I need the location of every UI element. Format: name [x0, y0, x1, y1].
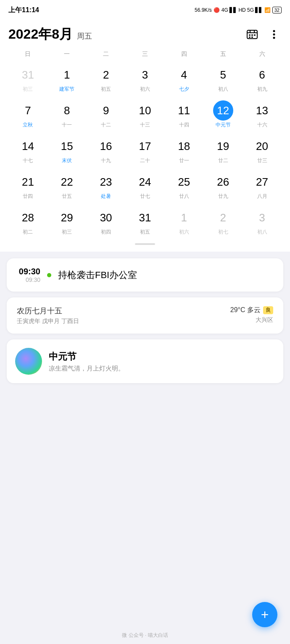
festival-desc: 凉生霜气清，月上灯火明。	[49, 365, 124, 373]
festival-card[interactable]: 中元节 凉生霜气清，月上灯火明。	[7, 339, 283, 383]
event-card[interactable]: 09:30 09:30 持枪袭击FBI办公室	[7, 258, 283, 292]
svg-rect-8	[251, 37, 253, 38]
add-icon: +	[261, 608, 269, 621]
day-27[interactable]: 27 八月	[243, 168, 282, 204]
day-24[interactable]: 24 廿七	[126, 168, 165, 204]
weekday-wed: 三	[126, 49, 165, 60]
svg-point-11	[273, 37, 275, 39]
weekday-thu: 四	[164, 49, 203, 60]
info-weather: 29°C 多云 良	[230, 306, 273, 315]
day-31-prev[interactable]: 31 初三	[8, 61, 47, 97]
festival-name: 中元节	[49, 350, 124, 363]
info-row: 农历七月十五 壬寅虎年 戊申月 丁酉日 29°C 多云 良 大兴区	[17, 306, 273, 325]
day-13[interactable]: 13 十六	[243, 97, 282, 133]
more-button[interactable]	[266, 27, 282, 42]
event-time-main: 09:30	[19, 267, 40, 276]
week-4: 21 廿四 22 廿五 23 处暑 24 廿七 25 廿八 26 廿九 27 八…	[8, 168, 282, 204]
week-3: 14 十七 15 末伏 16 十九 17 二十 18 廿一 19 廿二 20 廿…	[8, 133, 282, 168]
watermark: 微 公众号 · 喵大白话	[122, 632, 168, 639]
day-30[interactable]: 30 初四	[87, 204, 126, 240]
festival-text: 中元节 凉生霜气清，月上灯火明。	[49, 350, 124, 373]
svg-rect-7	[249, 37, 250, 38]
weekday-sat: 六	[243, 49, 282, 60]
day-21[interactable]: 21 廿四	[8, 168, 47, 204]
signal-icons: 4G ▋▋ HD 5G ▋▋ 📶	[221, 7, 271, 13]
info-card[interactable]: 农历七月十五 壬寅虎年 戊申月 丁酉日 29°C 多云 良 大兴区	[7, 297, 283, 334]
status-time: 上午11:14	[8, 6, 39, 15]
day-20[interactable]: 20 廿三	[243, 133, 282, 168]
info-right: 29°C 多云 良 大兴区	[230, 306, 273, 324]
info-left: 农历七月十五 壬寅虎年 戊申月 丁酉日	[17, 306, 79, 325]
weather-badge: 良	[263, 306, 273, 314]
day-17[interactable]: 17 二十	[126, 133, 165, 168]
festival-icon	[15, 348, 42, 375]
day-16[interactable]: 16 十九	[87, 133, 126, 168]
day-11[interactable]: 11 十四	[164, 97, 203, 133]
info-lunar: 农历七月十五	[17, 306, 79, 316]
day-15[interactable]: 15 末伏	[47, 133, 87, 168]
day-12-today[interactable]: 12 中元节	[203, 97, 243, 133]
svg-rect-6	[254, 34, 256, 36]
day-9[interactable]: 9 十二	[87, 97, 126, 133]
info-location: 大兴区	[256, 316, 273, 324]
day-2-next[interactable]: 2 初七	[203, 204, 243, 240]
event-dot	[47, 273, 51, 277]
header-icons	[245, 27, 282, 42]
weekday-sun: 日	[8, 49, 47, 60]
weather-text: 29°C 多云	[230, 306, 261, 315]
info-ganzhi: 壬寅虎年 戊申月 丁酉日	[17, 318, 79, 325]
day-4[interactable]: 4 七夕	[164, 61, 203, 97]
day-25[interactable]: 25 廿八	[164, 168, 203, 204]
day-14[interactable]: 14 十七	[8, 133, 47, 168]
event-time-block: 09:30 09:30	[15, 267, 40, 283]
weekday-fri: 五	[203, 49, 243, 60]
status-icons: 56.9K/s 🔴 4G ▋▋ HD 5G ▋▋ 📶 32	[195, 7, 282, 13]
network-speed: 56.9K/s	[195, 7, 212, 13]
calendar-title: 2022年8月 周五	[8, 25, 92, 44]
event-title: 持枪袭击FBI办公室	[58, 269, 137, 281]
week-2: 7 立秋 8 十一 9 十二 10 十三 11 十四 12 中元节 13 十六	[8, 97, 282, 133]
day-18[interactable]: 18 廿一	[164, 133, 203, 168]
cards-area: 09:30 09:30 持枪袭击FBI办公室 农历七月十五 壬寅虎年 戊申月 丁…	[0, 252, 290, 425]
svg-point-9	[273, 30, 275, 32]
svg-point-10	[273, 34, 275, 36]
day-3[interactable]: 3 初六	[126, 61, 165, 97]
day-26[interactable]: 26 廿九	[203, 168, 243, 204]
day-8[interactable]: 8 十一	[47, 97, 87, 133]
weekday-row: 日 一 二 三 四 五 六	[8, 49, 282, 60]
day-1-next[interactable]: 1 初六	[164, 204, 203, 240]
day-10[interactable]: 10 十三	[126, 97, 165, 133]
day-1[interactable]: 1 建军节	[47, 61, 87, 97]
day-22[interactable]: 22 廿五	[47, 168, 87, 204]
week-1: 31 初三 1 建军节 2 初五 3 初六 4 七夕 5 初八 6 初九	[8, 61, 282, 97]
day-5[interactable]: 5 初八	[203, 61, 243, 97]
swipe-divider	[135, 243, 155, 245]
day-29[interactable]: 29 初三	[47, 204, 87, 240]
svg-rect-4	[249, 34, 250, 36]
day-19[interactable]: 19 廿二	[203, 133, 243, 168]
battery-icon: 32	[272, 7, 282, 13]
day-6[interactable]: 6 初九	[243, 61, 282, 97]
calendar-container: 2022年8月 周五	[0, 18, 290, 252]
add-event-button[interactable]: +	[252, 602, 277, 627]
day-23[interactable]: 23 处暑	[87, 168, 126, 204]
day-31[interactable]: 31 初五	[126, 204, 165, 240]
svg-rect-5	[251, 34, 253, 36]
week-5: 28 初二 29 初三 30 初四 31 初五 1 初六 2 初七 3 初八	[8, 204, 282, 240]
day-7[interactable]: 7 立秋	[8, 97, 47, 133]
calendar-header: 2022年8月 周五	[8, 18, 282, 49]
bluetooth-icon: 🔴	[214, 7, 220, 13]
event-time-sub: 09:30	[26, 276, 40, 283]
day-28[interactable]: 28 初二	[8, 204, 47, 240]
weekday-mon: 一	[47, 49, 87, 60]
calendar-view-button[interactable]	[245, 27, 260, 42]
status-bar: 上午11:14 56.9K/s 🔴 4G ▋▋ HD 5G ▋▋ 📶 32	[0, 0, 290, 18]
day-2[interactable]: 2 初五	[87, 61, 126, 97]
weekday-tue: 二	[87, 49, 126, 60]
day-3-next[interactable]: 3 初八	[243, 204, 282, 240]
